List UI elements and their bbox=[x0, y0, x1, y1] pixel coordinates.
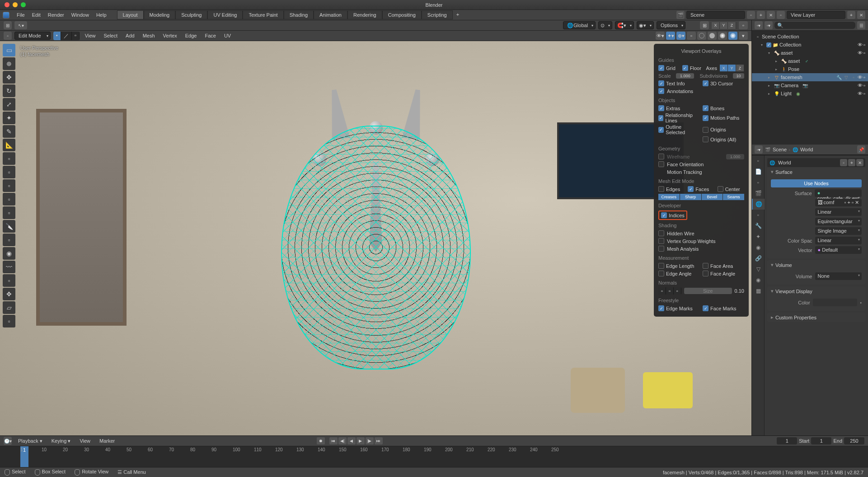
tree-camera[interactable]: ▸📷Camera 📷 👁▫ bbox=[752, 81, 868, 89]
keyframe-prev-icon[interactable]: ◀| bbox=[338, 437, 347, 444]
prop-tab-texture[interactable]: ▦ bbox=[752, 285, 765, 296]
rellines-checkbox[interactable] bbox=[658, 115, 663, 121]
axis-x-toggle[interactable]: X bbox=[720, 65, 728, 71]
workspace-sculpting[interactable]: Sculpting bbox=[175, 10, 207, 19]
interp-field[interactable]: Linear bbox=[815, 208, 862, 216]
select-menu[interactable]: Select bbox=[101, 32, 120, 39]
viewlayer-new-icon[interactable]: + bbox=[847, 11, 855, 19]
edge-select-icon[interactable]: ／ bbox=[61, 32, 72, 40]
faceorient-checkbox[interactable] bbox=[658, 161, 664, 167]
editor-type-icon[interactable]: ⊞ bbox=[4, 21, 12, 29]
jump-start-icon[interactable]: ⏮ bbox=[329, 437, 338, 444]
scene-name-field[interactable]: Scene bbox=[686, 11, 745, 19]
mode-dropdown[interactable]: Edit Mode bbox=[14, 32, 51, 40]
knife-tool-icon[interactable]: 🔪 bbox=[3, 220, 15, 233]
tree-collection[interactable]: ▾📁Collection 👁▫ bbox=[752, 41, 868, 49]
prop-tab-scene[interactable]: 🎬 bbox=[752, 188, 765, 199]
world-unlink-icon[interactable]: ✕ bbox=[856, 159, 863, 166]
axis-y-toggle[interactable]: Y bbox=[728, 65, 736, 71]
workspace-uv[interactable]: UV Editing bbox=[207, 10, 243, 19]
scale-value[interactable]: 1.000 bbox=[676, 73, 694, 79]
tl-view-menu[interactable]: View bbox=[77, 437, 93, 444]
bones-checkbox[interactable] bbox=[703, 105, 708, 111]
normal-split-icon[interactable]: ▫ bbox=[666, 287, 674, 295]
outliner-display-icon[interactable]: ▫▾ bbox=[765, 21, 773, 29]
edgelength-checkbox[interactable] bbox=[658, 263, 664, 269]
inset-tool-icon[interactable]: ▫ bbox=[3, 179, 15, 192]
tree-pose[interactable]: ▸🚶Pose bbox=[752, 65, 868, 73]
end-frame[interactable]: 250 bbox=[844, 437, 864, 444]
polybuild-tool-icon[interactable]: ▫ bbox=[3, 234, 15, 246]
wireframe-value[interactable]: 1.000 bbox=[726, 154, 744, 159]
grid-checkbox[interactable] bbox=[658, 65, 664, 71]
rip-tool-icon[interactable]: ▫ bbox=[3, 315, 15, 327]
normal-vertex-icon[interactable]: ▫ bbox=[658, 287, 666, 295]
vp-color-field[interactable] bbox=[813, 299, 858, 306]
tree-root[interactable]: ▫Scene Collection bbox=[752, 33, 868, 41]
smooth-tool-icon[interactable]: 〰 bbox=[3, 261, 15, 273]
cursor-tool-icon[interactable]: ↖▾ bbox=[14, 21, 27, 29]
prop-tab-modifier[interactable]: 🔧 bbox=[752, 220, 765, 231]
textinfo-checkbox[interactable] bbox=[658, 80, 664, 86]
timeline-ruler[interactable]: 1 11020304050607080901001101201301401501… bbox=[0, 446, 868, 467]
wireframe-checkbox[interactable] bbox=[658, 154, 664, 159]
vertex-menu[interactable]: Vertex bbox=[160, 32, 180, 39]
annotations-checkbox[interactable] bbox=[658, 88, 664, 94]
edgemarks-checkbox[interactable] bbox=[658, 305, 664, 311]
originsall-checkbox[interactable] bbox=[703, 136, 708, 142]
view-menu[interactable]: View bbox=[82, 32, 99, 39]
tl-playback-menu[interactable]: Playback ▾ bbox=[15, 437, 45, 445]
keyframe-next-icon[interactable]: |▶ bbox=[366, 437, 374, 444]
move-tool-icon[interactable]: ✥ bbox=[3, 71, 15, 84]
vgw-checkbox[interactable] bbox=[658, 238, 664, 244]
menu-help[interactable]: Help bbox=[93, 11, 110, 19]
scale-tool-icon[interactable]: ⤢ bbox=[3, 98, 15, 111]
edges-checkbox[interactable] bbox=[658, 186, 664, 192]
floor-checkbox[interactable] bbox=[682, 65, 688, 71]
loopcut-tool-icon[interactable]: ▫ bbox=[3, 206, 15, 219]
workspace-modeling[interactable]: Modeling bbox=[144, 10, 176, 19]
prop-tab-mesh[interactable]: ▽ bbox=[752, 264, 765, 275]
scene-icon[interactable]: 🎬 bbox=[676, 11, 685, 19]
prop-tab-object[interactable]: ▫ bbox=[752, 210, 765, 220]
sharp-toggle[interactable]: Sharp bbox=[680, 194, 701, 200]
workspace-scripting[interactable]: Scripting bbox=[422, 10, 453, 19]
options-dropdown[interactable]: Options bbox=[657, 21, 685, 29]
prop-tab-constraint[interactable]: 🔗 bbox=[752, 253, 765, 264]
annotate-tool-icon[interactable]: ✎ bbox=[3, 125, 15, 138]
face-select-icon[interactable]: ▫ bbox=[72, 32, 80, 40]
axis-z[interactable]: Z bbox=[728, 22, 736, 29]
spin-tool-icon[interactable]: ◉ bbox=[3, 247, 15, 260]
edge-slide-tool-icon[interactable]: ▫ bbox=[3, 274, 15, 287]
viewport-3d[interactable]: User Perspective (1) facemesh ▭ ⊕ ✥ ↻ ⤢ … bbox=[0, 41, 751, 435]
measure-tool-icon[interactable]: 📐 bbox=[3, 139, 15, 151]
prop-tab-world[interactable]: 🌐 bbox=[752, 199, 765, 210]
world-new-icon[interactable]: + bbox=[848, 159, 855, 166]
render-icon[interactable]: ▫ bbox=[863, 42, 865, 47]
tree-asset-child[interactable]: ▸🦴asset ♂ bbox=[752, 57, 868, 65]
origins-checkbox[interactable] bbox=[703, 127, 708, 133]
image-browse[interactable]: 🖼comf▫ + ▫ ✕ bbox=[815, 199, 862, 206]
wireframe-shading-icon[interactable] bbox=[697, 32, 706, 40]
indices-checkbox[interactable] bbox=[661, 212, 667, 218]
axis-z-toggle[interactable]: Z bbox=[736, 65, 744, 71]
bevel-toggle[interactable]: Bevel bbox=[702, 194, 723, 200]
hiddenwire-checkbox[interactable] bbox=[658, 230, 664, 236]
workspace-shading[interactable]: Shading bbox=[284, 10, 314, 19]
subdiv-value[interactable]: 10 bbox=[733, 73, 744, 79]
timeline-type-icon[interactable]: 🕐▾ bbox=[4, 437, 12, 445]
bevel-tool-icon[interactable]: ▫ bbox=[3, 193, 15, 206]
shrink-tool-icon[interactable]: ✥ bbox=[3, 288, 15, 300]
proportional-dropdown[interactable]: ◉▾ bbox=[637, 21, 654, 29]
shading-dropdown-icon[interactable]: ▾ bbox=[739, 32, 748, 40]
shear-tool-icon[interactable]: ▱ bbox=[3, 301, 15, 314]
menu-file[interactable]: File bbox=[13, 11, 28, 19]
faces-checkbox[interactable] bbox=[688, 186, 694, 192]
outliner-search[interactable]: 🔍 bbox=[774, 22, 855, 29]
workspace-animation[interactable]: Animation bbox=[314, 10, 347, 19]
creases-toggle[interactable]: Creases bbox=[658, 194, 680, 200]
uv-menu[interactable]: UV bbox=[221, 32, 234, 39]
faceangle-checkbox[interactable] bbox=[703, 271, 708, 276]
center-checkbox[interactable] bbox=[718, 186, 723, 192]
eye-icon[interactable]: 👁 bbox=[858, 42, 863, 47]
